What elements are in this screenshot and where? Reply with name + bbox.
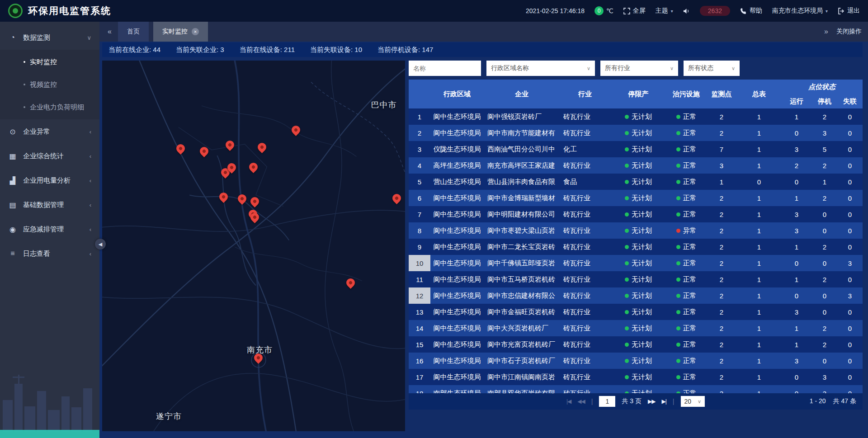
sidebar-group-label: 企业用电量分析 xyxy=(23,176,71,185)
theme-label: 主题 xyxy=(656,7,668,15)
first-page-button[interactable]: |◀ xyxy=(566,398,571,405)
temperature-badge: 0 xyxy=(594,6,604,15)
meters-cell: 1 xyxy=(737,304,781,320)
status-dot-icon xyxy=(625,278,629,282)
run-cell: 0 xyxy=(781,287,812,304)
close-operations-button[interactable]: 关闭操作 xyxy=(836,28,862,36)
sidebar-item[interactable]: 视频监控 xyxy=(0,73,99,96)
table-row[interactable]: 10阆中生态环境局阆中千佛镇五郎垭页岩砖瓦行业无计划正常21003 xyxy=(409,255,863,271)
table-row[interactable]: 7阆中生态环境局阆中明阳建材有限公司砖瓦行业无计划正常21300 xyxy=(409,206,863,222)
limit-status-cell: 无计划 xyxy=(610,190,666,206)
table-row[interactable]: 4高坪生态环境局南充市高坪区王家店建砖瓦行业无计划正常31220 xyxy=(409,157,863,174)
theme-dropdown[interactable]: 主题 ▾ xyxy=(656,7,673,15)
limit-status-text: 无计划 xyxy=(632,145,652,154)
limit-status-text: 无计划 xyxy=(632,324,652,333)
meters-cell: 1 xyxy=(737,255,781,271)
page-size-select[interactable]: 20 ∨ xyxy=(680,396,705,407)
sidebar-group[interactable]: ▦企业综合统计‹ xyxy=(0,144,99,168)
limit-status-cell: 无计划 xyxy=(610,125,666,141)
chevron-down-icon: ∨ xyxy=(587,66,590,71)
sidebar-group[interactable]: ≡日志查看‹ xyxy=(0,241,99,266)
sidebar-group[interactable]: ◔数据监测∨ xyxy=(0,25,99,50)
run-cell: 0 xyxy=(781,174,812,190)
sidebar-group[interactable]: ◉应急减排管理‹ xyxy=(0,217,99,241)
name-filter-input[interactable] xyxy=(409,61,481,76)
limit-status-cell: 无计划 xyxy=(610,255,666,271)
stop-cell: 2 xyxy=(812,271,837,287)
next-page-button[interactable]: ▶▶ xyxy=(648,398,655,405)
last-page-button[interactable]: ▶| xyxy=(661,398,666,405)
alert-count-badge[interactable]: 2632 xyxy=(700,6,730,16)
sidebar-group[interactable]: ▤基础数据管理‹ xyxy=(0,193,99,217)
region-filter-select[interactable]: 行政区域名称 ∨ xyxy=(486,61,595,76)
emergency-icon: ◉ xyxy=(8,225,17,234)
sidebar-collapse-button[interactable]: ◀ xyxy=(95,239,106,250)
table-row[interactable]: 12阆中生态环境局阆中市忠信建材有限公砖瓦行业无计划正常21003 xyxy=(409,287,863,304)
tabs-scroll-right-button[interactable]: » xyxy=(822,28,830,36)
treatment-status-cell: 正常 xyxy=(666,125,706,141)
treatment-status-text: 正常 xyxy=(683,161,697,170)
logout-button[interactable]: 退出 xyxy=(838,7,860,15)
sidebar-group[interactable]: ▟企业用电量分析‹ xyxy=(0,168,99,193)
speaker-icon xyxy=(683,8,690,14)
tab-label: 首页 xyxy=(127,28,140,36)
pagination-bar: |◀ ◀◀ | 共 3 页 ▶▶ ▶| | 20 ∨ xyxy=(409,393,863,410)
page-number-input[interactable] xyxy=(599,396,615,407)
sidebar-item[interactable]: 企业电力负荷明细 xyxy=(0,96,99,118)
table-row[interactable]: 16阆中生态环境局阆中市石子页岩机砖厂砖瓦行业无计划正常21300 xyxy=(409,353,863,369)
bullet-icon xyxy=(24,61,25,63)
meters-cell: 1 xyxy=(737,271,781,287)
prev-page-button[interactable]: ◀◀ xyxy=(577,398,585,405)
database-icon: ▤ xyxy=(8,201,17,209)
industry-cell: 砖瓦行业 xyxy=(560,206,610,222)
tabs-scroll-left-button[interactable]: « xyxy=(106,28,113,36)
table-row[interactable]: 11阆中生态环境局阆中市五马桥页岩机砖砖瓦行业无计划正常21120 xyxy=(409,271,863,287)
treatment-status-cell: 正常 xyxy=(666,141,706,157)
limit-status-cell: 无计划 xyxy=(610,369,666,385)
chevron-down-icon: ∨ xyxy=(87,34,91,41)
help-button[interactable]: 帮助 xyxy=(740,7,762,15)
table-row[interactable]: 8阆中生态环境局阆中市枣碧大梁山页岩砖瓦行业无计划异常21300 xyxy=(409,222,863,239)
tab-realtime-monitor[interactable]: 实时监控 × xyxy=(153,22,208,42)
region-cell: 阆中生态环境局 xyxy=(430,125,484,141)
top-header-actions: 2021-02-25 17:46:18 0 ℃ 全屏 主题 ▾ 2632 帮助 … xyxy=(526,6,860,16)
lost-cell: 0 xyxy=(837,108,863,125)
table-row[interactable]: 5营山生态环境局营山县润丰肉食品有限食品无计划正常10010 xyxy=(409,174,863,190)
table-row[interactable]: 17阆中生态环境局阆中市江南镇阆南页岩砖瓦行业无计划正常21030 xyxy=(409,369,863,385)
limit-status-cell: 无计划 xyxy=(610,385,666,393)
treatment-status-cell: 正常 xyxy=(666,353,706,369)
limit-status-text: 无计划 xyxy=(632,129,652,137)
status-filter-select[interactable]: 所有状态 ∨ xyxy=(684,61,740,76)
table-row[interactable]: 13阆中生态环境局阆中市金福旺页岩机砖砖瓦行业无计划正常21300 xyxy=(409,304,863,320)
sidebar-group[interactable]: ⊙企业异常‹ xyxy=(0,119,99,144)
industry-filter-select[interactable]: 所有行业 ∨ xyxy=(600,61,678,76)
table-row[interactable]: 14阆中生态环境局阆中大兴页岩机砖厂砖瓦行业无计划正常21120 xyxy=(409,320,863,336)
table-row[interactable]: 2阆中生态环境局阆中市南方节能建材有砖瓦行业无计划正常21030 xyxy=(409,125,863,141)
limit-status-text: 无计划 xyxy=(632,243,652,251)
chevron-down-icon: ▾ xyxy=(826,9,828,14)
limit-status-text: 无计划 xyxy=(632,340,652,349)
region-cell: 阆中生态环境局 xyxy=(430,369,484,385)
sound-button[interactable] xyxy=(683,8,690,14)
stop-cell: 3 xyxy=(812,125,837,141)
table-row[interactable]: 15阆中生态环境局阆中市光富页岩机砖厂砖瓦行业无计划正常21120 xyxy=(409,336,863,353)
company-cell: 阆中市枣碧大梁山页岩 xyxy=(484,222,560,239)
meters-cell: 1 xyxy=(737,239,781,255)
table-row[interactable]: 18南部生态环境局南部县双华页岩砖有限砖瓦行业无计划正常21030 xyxy=(409,385,863,393)
map[interactable]: 巴中市南充市遂宁市 xyxy=(102,61,405,431)
org-dropdown[interactable]: 南充市生态环境局 ▾ xyxy=(772,7,828,15)
tab-home[interactable]: 首页 xyxy=(118,22,149,42)
table-row[interactable]: 6阆中生态环境局阆中市金博瑞新型墙材砖瓦行业无计划正常21120 xyxy=(409,190,863,206)
total-items-label: 共 47 条 xyxy=(833,397,856,405)
sidebar-group-label: 基础数据管理 xyxy=(23,201,64,209)
region-cell: 营山生态环境局 xyxy=(430,174,484,190)
sidebar-item[interactable]: 实时监控 xyxy=(0,51,99,73)
table-row[interactable]: 9阆中生态环境局阆中市二龙长宝页岩砖砖瓦行业无计划正常21120 xyxy=(409,239,863,255)
fullscreen-button[interactable]: 全屏 xyxy=(623,7,646,15)
table-row[interactable]: 1阆中生态环境局阆中强锐页岩砖厂砖瓦行业无计划正常21120 xyxy=(409,108,863,125)
table-row[interactable]: 3仪陇生态环境局西南油气田分公司川中化工无计划正常71350 xyxy=(409,141,863,157)
close-tab-icon[interactable]: × xyxy=(192,28,199,35)
region-cell: 阆中生态环境局 xyxy=(430,222,484,239)
table-header: 行政区域 企业 行业 停限产 治污设施 监测点 总表 点位状态 运行 停机 失联 xyxy=(409,80,863,108)
treatment-status-cell: 正常 xyxy=(666,287,706,304)
